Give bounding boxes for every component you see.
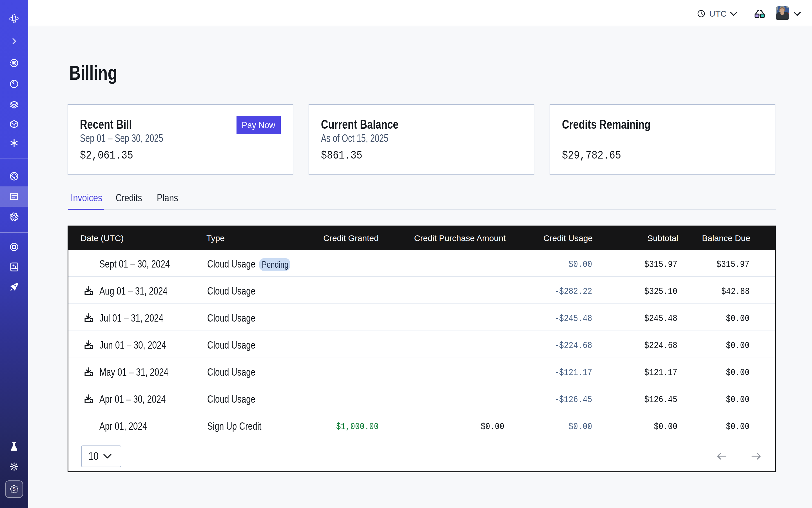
svg-text:$: $ [13, 486, 15, 492]
